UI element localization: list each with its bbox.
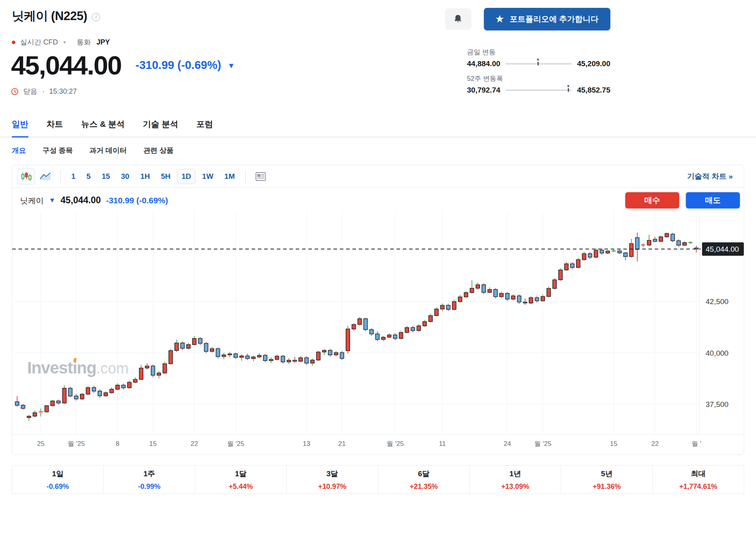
performance-value: +10.97% bbox=[318, 483, 346, 491]
performance-cell-6[interactable]: 5년+91.36% bbox=[561, 465, 652, 494]
svg-text:15: 15 bbox=[610, 440, 617, 447]
interval-30[interactable]: 30 bbox=[117, 169, 133, 184]
interval-1[interactable]: 1 bbox=[67, 169, 80, 184]
sub-tabs: 개요구성 종목과거 데이터관련 상품 bbox=[0, 146, 756, 155]
performance-cell-2[interactable]: 1달+5.44% bbox=[195, 465, 287, 494]
subtab-3[interactable]: 관련 상품 bbox=[143, 146, 174, 155]
performance-label: 최대 bbox=[691, 469, 706, 479]
performance-cell-1[interactable]: 1주-0.99% bbox=[103, 465, 195, 494]
tab-2[interactable]: 뉴스 & 분석 bbox=[81, 119, 125, 137]
performance-strip: 1일-0.69%1주-0.99%1달+5.44%3달+10.97%6달+21.3… bbox=[12, 465, 744, 494]
ranges-panel: 금일 변동 44,884.00 ▼ 45,209.00 52주 변동폭 30,7… bbox=[467, 48, 610, 100]
chevron-down-icon[interactable]: ▼ bbox=[63, 40, 67, 45]
performance-value: -0.69% bbox=[46, 483, 69, 491]
performance-label: 5년 bbox=[601, 469, 613, 479]
performance-label: 1일 bbox=[52, 469, 64, 479]
tab-3[interactable]: 기술 분석 bbox=[143, 119, 178, 137]
add-to-portfolio-button[interactable]: ★ 포트폴리오에 추가합니다 bbox=[484, 8, 610, 30]
performance-label: 1주 bbox=[143, 469, 155, 479]
daily-range-slider[interactable]: ▼ bbox=[506, 63, 572, 65]
w52-range-low: 30,792.74 bbox=[467, 86, 500, 95]
change-down-arrow-icon: ▼ bbox=[228, 61, 235, 70]
svg-text:25: 25 bbox=[37, 440, 44, 447]
toolbar-separator bbox=[60, 170, 61, 183]
chart-card: 1515301H5H1D1W1M 기술적 차트 » 닛케이 ▼ 45,044.0… bbox=[12, 165, 744, 455]
status-separator: · bbox=[42, 87, 44, 96]
svg-text:37,500: 37,500 bbox=[706, 400, 728, 408]
svg-text:42,500: 42,500 bbox=[706, 297, 728, 306]
performance-cell-5[interactable]: 1년+13.09% bbox=[469, 465, 561, 494]
w52-range-marker: ▼ bbox=[566, 84, 570, 92]
chart-header: 닛케이 ▼ 45,044.00 -310.99 (-0.69%) 매수 매도 bbox=[12, 188, 744, 212]
svg-text:월 '25: 월 '25 bbox=[227, 440, 245, 447]
line-style-button[interactable] bbox=[37, 169, 54, 184]
tab-1[interactable]: 차트 bbox=[46, 119, 63, 137]
svg-text:22: 22 bbox=[191, 440, 198, 447]
performance-value: +5.44% bbox=[229, 483, 253, 491]
trade-buttons: 매수 매도 bbox=[625, 192, 740, 208]
performance-label: 3달 bbox=[326, 469, 338, 479]
subtab-1[interactable]: 구성 종목 bbox=[43, 146, 73, 155]
alert-bell-button[interactable] bbox=[445, 8, 471, 30]
technical-chart-link[interactable]: 기술적 차트 » bbox=[687, 171, 738, 182]
main-tabs: 일반차트뉴스 & 분석기술 분석포럼 bbox=[0, 119, 756, 137]
svg-text:월 '25: 월 '25 bbox=[534, 440, 552, 447]
title-row: 닛케이 (N225) i bbox=[12, 8, 100, 24]
svg-text:월 '25: 월 '25 bbox=[68, 440, 85, 447]
svg-text:월 ': 월 ' bbox=[691, 440, 701, 447]
performance-cell-3[interactable]: 3달+10.97% bbox=[286, 465, 378, 494]
performance-value: +21.35% bbox=[410, 483, 438, 491]
live-dot-icon bbox=[12, 41, 15, 44]
svg-text:11: 11 bbox=[439, 440, 446, 447]
news-overlay-button[interactable] bbox=[252, 169, 269, 184]
sell-button[interactable]: 매도 bbox=[686, 192, 740, 208]
currency-value: JPY bbox=[96, 38, 110, 46]
chart-toolbar: 1515301H5H1D1W1M 기술적 차트 » bbox=[12, 165, 744, 188]
performance-cell-0[interactable]: 1일-0.69% bbox=[12, 465, 104, 494]
realtime-label[interactable]: 실시간 CFD bbox=[20, 37, 58, 47]
interval-5h[interactable]: 5H bbox=[157, 169, 175, 184]
chart-area: 42,50040,00037,50045,044.0025월 '2581522월… bbox=[12, 212, 744, 455]
daily-range-low: 44,884.00 bbox=[467, 59, 500, 68]
interval-1w[interactable]: 1W bbox=[198, 169, 218, 184]
w52-range-label: 52주 변동폭 bbox=[467, 74, 610, 83]
star-icon: ★ bbox=[496, 15, 504, 24]
instrument-meta: 실시간 CFD ▼ 통화 JPY bbox=[0, 37, 756, 47]
interval-5[interactable]: 5 bbox=[82, 169, 95, 184]
interval-1m[interactable]: 1M bbox=[220, 169, 239, 184]
page-header: 닛케이 (N225) i ★ 포트폴리오에 추가합니다 bbox=[0, 0, 756, 30]
svg-text:월 '25: 월 '25 bbox=[387, 440, 404, 447]
performance-cell-7[interactable]: 최대+1,774.61% bbox=[652, 465, 744, 494]
svg-text:15: 15 bbox=[149, 440, 157, 447]
info-icon[interactable]: i bbox=[92, 13, 100, 21]
svg-text:13: 13 bbox=[303, 440, 310, 447]
w52-range-row: 30,792.74 ▼ 45,852.75 bbox=[467, 86, 610, 95]
performance-cell-4[interactable]: 6달+21.35% bbox=[378, 465, 470, 494]
line-chart-icon bbox=[39, 172, 51, 181]
tab-0[interactable]: 일반 bbox=[12, 119, 28, 137]
page-title: 닛케이 (N225) bbox=[12, 8, 87, 24]
tab-4[interactable]: 포럼 bbox=[196, 119, 213, 137]
performance-value: +13.09% bbox=[501, 483, 530, 491]
performance-value: +91.36% bbox=[593, 483, 621, 491]
status-label: 닫음 bbox=[23, 87, 37, 96]
currency-label: 통화 bbox=[77, 37, 91, 47]
svg-text:22: 22 bbox=[651, 440, 659, 447]
interval-15[interactable]: 15 bbox=[97, 169, 114, 184]
candlestick-chart[interactable]: 42,50040,00037,50045,044.0025월 '2581522월… bbox=[12, 212, 744, 453]
performance-label: 6달 bbox=[418, 469, 430, 479]
daily-range-row: 44,884.00 ▼ 45,209.00 bbox=[467, 59, 610, 68]
interval-1d[interactable]: 1D bbox=[177, 169, 195, 184]
clock-icon bbox=[11, 88, 19, 95]
price-change: -310.99 (-0.69%) ▼ bbox=[135, 59, 235, 72]
subtab-2[interactable]: 과거 데이터 bbox=[89, 146, 127, 155]
svg-text:8: 8 bbox=[116, 440, 119, 447]
svg-text:40,000: 40,000 bbox=[706, 349, 728, 357]
subtab-0[interactable]: 개요 bbox=[12, 146, 26, 155]
interval-1h[interactable]: 1H bbox=[136, 169, 154, 184]
svg-text:45,044.00: 45,044.00 bbox=[706, 245, 739, 253]
current-price: 45,044.00 bbox=[11, 50, 121, 80]
w52-range-slider[interactable]: ▼ bbox=[506, 89, 572, 91]
buy-button[interactable]: 매수 bbox=[625, 192, 679, 208]
candlestick-style-button[interactable] bbox=[18, 169, 35, 184]
